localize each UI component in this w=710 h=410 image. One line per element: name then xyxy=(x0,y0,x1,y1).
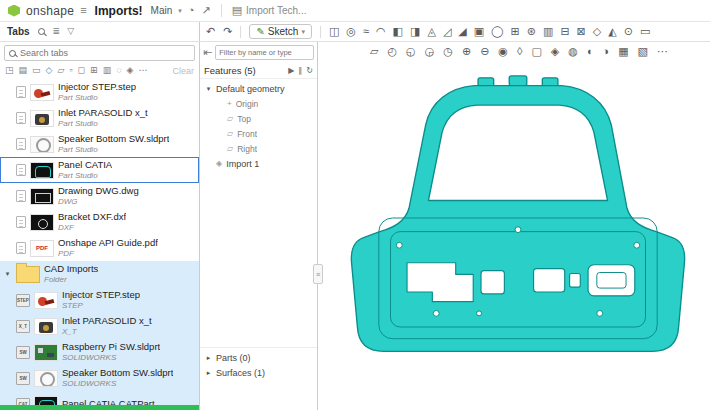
feature-filter-input[interactable] xyxy=(215,45,314,60)
clear-filters-button[interactable]: Clear xyxy=(172,66,194,76)
zoom-fit-icon[interactable]: ◈ xyxy=(551,46,559,57)
list-item[interactable]: STEPInjector STEP.stepSTEP xyxy=(0,287,199,313)
measure-icon[interactable]: ▭ xyxy=(640,26,650,37)
feature-tree-item[interactable]: ▱Top xyxy=(200,111,317,126)
list-item[interactable]: PDFOnshape API Guide.pdfPDF xyxy=(0,235,199,261)
search-tabs-box[interactable] xyxy=(4,45,195,61)
split-icon[interactable]: ⊠ xyxy=(577,26,586,37)
plane-icon[interactable]: ▱ xyxy=(370,46,378,57)
rib-icon[interactable]: ◢ xyxy=(458,26,466,37)
list-item[interactable]: Inlet PARASOLID x_tPart Studio xyxy=(0,105,199,131)
list-item[interactable]: Bracket DXF.dxfDXF xyxy=(0,209,199,235)
folder-expander-icon[interactable]: ▾ xyxy=(3,270,12,278)
circular-pattern-icon[interactable]: ⊛ xyxy=(527,26,536,37)
filter-more-icon[interactable]: ⋯ xyxy=(138,66,147,75)
filter-drawings-icon[interactable]: ▭ xyxy=(32,66,41,75)
list-item[interactable]: Speaker Bottom SW.sldprtPart Studio xyxy=(0,131,199,157)
tab-name: Injector STEP.step xyxy=(62,290,140,301)
filter-materials-icon[interactable]: ◌ xyxy=(116,66,121,75)
workspace-caret-icon[interactable]: ▾ xyxy=(178,7,182,15)
extrude-icon[interactable]: ◫ xyxy=(329,26,339,37)
more-icon[interactable]: ⋯ xyxy=(657,46,668,57)
undo-icon[interactable]: ↶ xyxy=(206,26,215,37)
filter-tables-icon[interactable]: ▥ xyxy=(103,66,112,75)
appearance-icon[interactable]: ◉ xyxy=(498,46,508,57)
share-icon[interactable]: ↗ xyxy=(201,5,210,16)
chamfer-icon[interactable]: ◬ xyxy=(427,26,435,37)
tabs-filter-icon[interactable]: ▽ xyxy=(67,27,74,36)
tabs-list-view-icon[interactable]: ≣ xyxy=(53,27,61,36)
filter-folders-icon[interactable]: ▱ xyxy=(57,66,64,75)
rollback-play-icon[interactable]: ▶ xyxy=(288,66,294,75)
sketch-button[interactable]: ✎ Sketch ▾ xyxy=(249,24,311,39)
workspace-name[interactable]: Main xyxy=(151,5,173,16)
redo-icon[interactable]: ↷ xyxy=(223,26,232,37)
fillet-icon[interactable]: ◨ xyxy=(410,26,420,37)
point-icon[interactable]: ◴ xyxy=(387,46,397,57)
feature-tree-item[interactable]: ▱Right xyxy=(200,141,317,156)
suppress-pause-icon[interactable]: ∥ xyxy=(298,66,302,75)
flatten-icon[interactable]: ▦ xyxy=(618,46,628,57)
shell-icon[interactable]: ▣ xyxy=(474,26,484,37)
search-tabs-input[interactable] xyxy=(20,48,190,58)
feature-tree-item[interactable]: +Origin xyxy=(200,96,317,111)
hide-icon[interactable]: ⊕ xyxy=(462,46,471,57)
named-views-icon[interactable]: ◊ xyxy=(517,46,522,57)
display-states-icon[interactable]: ◍ xyxy=(568,46,578,57)
boolean-icon[interactable]: ⊟ xyxy=(560,26,569,37)
sweep-icon[interactable]: ≈ xyxy=(363,26,369,37)
linear-pattern-icon[interactable]: ⊞ xyxy=(511,26,520,37)
regenerate-icon[interactable]: ↻ xyxy=(306,66,313,75)
panel-body[interactable] xyxy=(351,86,684,352)
features-footer-item[interactable]: ▸Parts (0) xyxy=(200,350,317,365)
axis-icon[interactable]: ◵ xyxy=(406,46,416,57)
list-item[interactable]: SWRaspberry Pi SW.sldprtSOLIDWORKS xyxy=(0,339,199,365)
search-icon[interactable] xyxy=(38,28,45,35)
view-cube-icon[interactable]: ▢ xyxy=(531,46,541,57)
isolate-icon[interactable]: ⊖ xyxy=(480,46,489,57)
filter-pdfs-icon[interactable]: ◻ xyxy=(78,66,85,75)
feature-tree-item[interactable]: ▾Default geometry xyxy=(200,81,317,96)
filter-part-studios-icon[interactable]: ◳ xyxy=(5,66,14,75)
panel-resize-handle[interactable]: ≡ xyxy=(313,264,323,284)
thicken-icon[interactable]: ◧ xyxy=(393,26,403,37)
chevron-down-icon[interactable]: ▾ xyxy=(205,85,212,93)
export-icon[interactable]: ▧ xyxy=(638,46,648,57)
wrap-icon[interactable]: ⊙ xyxy=(624,26,633,37)
offset-surface-icon[interactable]: ◭ xyxy=(608,26,616,37)
sheet-metal-icon[interactable]: ◑ xyxy=(603,46,610,57)
filter-imports-icon[interactable]: ▫ xyxy=(69,66,72,75)
list-item[interactable]: ▾CAD ImportsFolder xyxy=(0,261,199,287)
filter-images-icon[interactable]: ⊞ xyxy=(90,66,98,75)
draft-icon[interactable]: ◿ xyxy=(443,26,451,37)
tailgate-model[interactable] xyxy=(332,72,704,364)
feature-tree-item[interactable]: ◈Import 1 xyxy=(200,156,317,171)
list-item[interactable]: SWSpeaker Bottom SW.sldprtSOLIDWORKS xyxy=(0,365,199,391)
history-icon[interactable]: ◔ xyxy=(188,5,195,16)
transform-icon[interactable]: ◇ xyxy=(593,26,601,37)
section-view-icon[interactable]: ◷ xyxy=(443,46,453,57)
chevron-right-icon[interactable]: ▸ xyxy=(205,369,212,377)
feature-tree-item[interactable]: ▱Front xyxy=(200,126,317,141)
onshape-logo-icon[interactable] xyxy=(8,5,20,17)
secondary-doc-tab[interactable]: ▤ Import Tech... xyxy=(232,5,307,16)
collapse-panel-icon[interactable]: ⇤ xyxy=(203,47,212,58)
origin-icon: + xyxy=(227,99,232,108)
list-item[interactable]: Injector STEP.stepPart Studio xyxy=(0,79,199,105)
loft-icon[interactable]: ◠ xyxy=(376,26,386,37)
features-footer-item[interactable]: ▸Surfaces (1) xyxy=(200,365,317,380)
project-icon[interactable]: ◶ xyxy=(425,46,435,57)
mirror-icon[interactable]: ▥ xyxy=(543,26,553,37)
list-item[interactable]: X_TInlet PARASOLID x_tX_T xyxy=(0,313,199,339)
list-item[interactable]: Drawing DWG.dwgDWG xyxy=(0,183,199,209)
chevron-right-icon[interactable]: ▸ xyxy=(205,354,212,362)
main-menu-icon[interactable]: ≡ xyxy=(80,5,86,16)
viewport[interactable]: ▱◴◵◶◷⊕⊖◉◊▢◈◍◐◑▦▧⋯ xyxy=(318,42,710,410)
mass-properties-icon[interactable]: ◐ xyxy=(587,46,594,57)
filter-assemblies-icon[interactable]: ▤ xyxy=(19,66,28,75)
revolve-icon[interactable]: ◎ xyxy=(346,26,356,37)
list-item[interactable]: Panel CATIAPart Studio xyxy=(0,157,199,183)
hole-icon[interactable]: ◯ xyxy=(491,26,503,37)
filter-blobs-icon[interactable]: ◇ xyxy=(46,66,53,75)
filter-variables-icon[interactable]: ◈ xyxy=(127,66,134,75)
